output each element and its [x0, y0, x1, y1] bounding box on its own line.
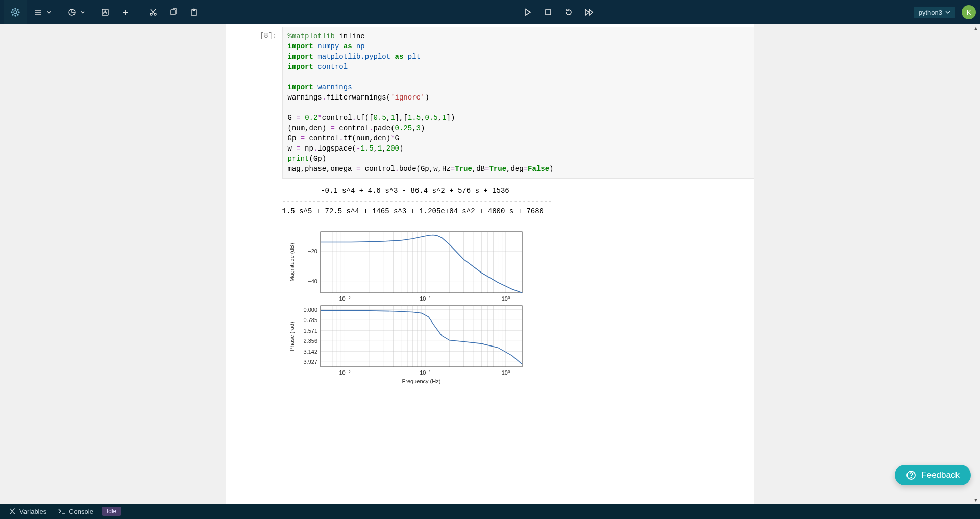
svg-rect-14 [171, 10, 175, 15]
svg-point-1 [15, 8, 16, 9]
feedback-button[interactable]: Feedback [895, 465, 971, 485]
kernel-selector[interactable]: python3 [914, 7, 955, 18]
chevron-down-icon [945, 10, 950, 15]
help-icon [906, 470, 916, 480]
app-logo[interactable] [4, 0, 27, 24]
svg-point-4 [18, 12, 19, 13]
run-button[interactable] [519, 3, 537, 21]
stop-button[interactable] [539, 3, 557, 21]
scroll-down-arrow[interactable]: ▼ [972, 497, 980, 504]
svg-rect-10 [102, 9, 108, 15]
code-cell[interactable]: [8]: %matplotlib inline import numpy as … [226, 27, 754, 179]
svg-text:−3.927: −3.927 [300, 359, 317, 365]
svg-point-94 [911, 477, 912, 478]
svg-text:10⁻²: 10⁻² [339, 369, 350, 376]
console-panel-toggle[interactable]: Console [55, 507, 96, 516]
bode-plot: −20−40Magnitude (dB)10⁻²10⁻¹10⁰0.000−0.7… [282, 227, 552, 388]
svg-point-11 [105, 11, 106, 12]
svg-rect-17 [546, 10, 551, 15]
svg-text:10⁰: 10⁰ [501, 369, 510, 376]
svg-point-2 [15, 15, 16, 16]
svg-point-7 [12, 14, 13, 15]
top-toolbar: python3 K [0, 0, 980, 24]
kernel-status: Idle [102, 507, 121, 516]
feedback-label: Feedback [921, 470, 960, 480]
save-button[interactable] [96, 3, 114, 21]
svg-rect-87 [321, 306, 522, 367]
notebook: [8]: %matplotlib inline import numpy as … [226, 24, 754, 504]
user-avatar[interactable]: K [962, 5, 976, 19]
cut-button[interactable] [144, 3, 162, 21]
svg-text:−0.785: −0.785 [300, 317, 317, 323]
status-bar: Variables Console Idle [0, 504, 980, 519]
chevron-down-icon [47, 10, 51, 14]
svg-point-6 [17, 9, 18, 10]
cell-output: -0.1 s^4 + 4.6 s^3 - 86.4 s^2 + 576 s + … [226, 186, 754, 388]
code-input[interactable]: %matplotlib inline import numpy as np im… [282, 27, 754, 179]
pie-menu-button[interactable] [62, 3, 87, 21]
svg-point-8 [17, 14, 18, 15]
svg-text:Phase (rad): Phase (rad) [289, 322, 295, 351]
svg-point-3 [11, 12, 12, 13]
svg-text:Frequency (Hz): Frequency (Hz) [402, 378, 440, 384]
svg-point-13 [154, 13, 156, 15]
svg-rect-46 [321, 232, 522, 293]
kernel-name: python3 [919, 9, 942, 16]
cell-prompt: [8]: [226, 27, 282, 179]
add-cell-button[interactable] [116, 3, 135, 21]
svg-point-12 [150, 13, 152, 15]
svg-text:10⁻¹: 10⁻¹ [420, 369, 431, 376]
svg-point-5 [12, 9, 13, 10]
bode-plot-svg: −20−40Magnitude (dB)10⁻²10⁻¹10⁰0.000−0.7… [282, 227, 527, 388]
svg-text:Magnitude (dB): Magnitude (dB) [289, 243, 295, 281]
notebook-scroll[interactable]: [8]: %matplotlib inline import numpy as … [0, 24, 980, 504]
scroll-up-arrow[interactable]: ▲ [972, 24, 980, 32]
run-all-button[interactable] [580, 3, 598, 21]
terminal-icon [58, 508, 66, 515]
svg-text:10⁰: 10⁰ [501, 295, 510, 302]
svg-text:−20: −20 [308, 248, 317, 254]
svg-text:−40: −40 [308, 278, 317, 284]
paste-button[interactable] [185, 3, 203, 21]
svg-text:−1.571: −1.571 [300, 328, 317, 334]
restart-button[interactable] [559, 3, 578, 21]
main-area: [8]: %matplotlib inline import numpy as … [0, 24, 980, 504]
copy-button[interactable] [164, 3, 183, 21]
svg-text:0.000: 0.000 [303, 307, 317, 313]
x-icon [8, 508, 16, 515]
svg-text:−2.356: −2.356 [300, 338, 317, 344]
menu-button[interactable] [29, 3, 53, 21]
variables-panel-toggle[interactable]: Variables [5, 507, 50, 516]
text-output: -0.1 s^4 + 4.6 s^3 - 86.4 s^2 + 576 s + … [282, 186, 552, 216]
svg-text:10⁻¹: 10⁻¹ [420, 295, 431, 302]
svg-text:−3.142: −3.142 [300, 349, 317, 355]
svg-point-0 [14, 11, 17, 14]
svg-text:10⁻²: 10⁻² [339, 295, 350, 302]
chevron-down-icon [81, 10, 85, 14]
